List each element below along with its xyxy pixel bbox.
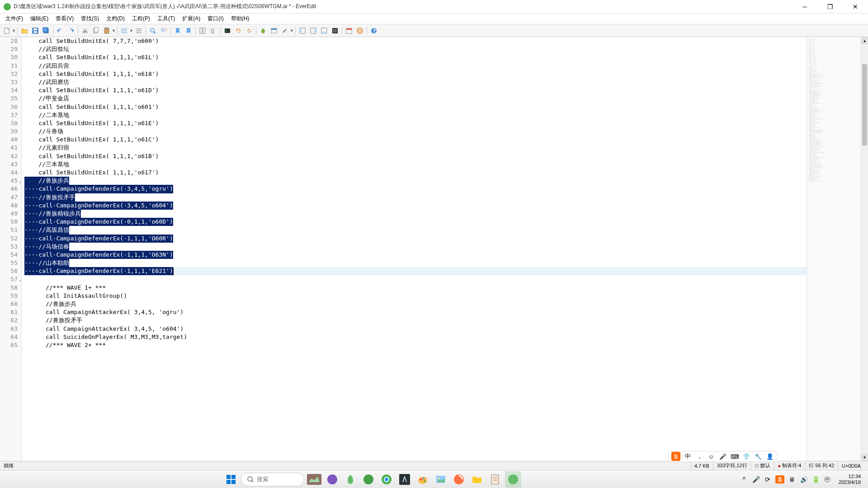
replace-icon[interactable] [159, 26, 169, 36]
toolbar: ▼ ▼ ▼ 1234 ▼ ? [0, 24, 868, 37]
browser-icon[interactable] [355, 26, 365, 36]
column-mode-icon[interactable] [198, 26, 208, 36]
panel2-icon[interactable] [308, 26, 318, 36]
svg-line-9 [83, 28, 86, 32]
taskbar-app-browser[interactable] [378, 471, 395, 488]
taskbar-app-landscape[interactable] [306, 471, 322, 488]
bookmark-next-icon[interactable] [184, 26, 193, 36]
ime-lang-icon[interactable]: 中 [683, 452, 692, 461]
calendar-icon[interactable] [344, 26, 354, 36]
start-button[interactable] [223, 471, 239, 488]
menu-window[interactable]: 窗口(I) [204, 14, 227, 23]
dropdown-icon[interactable]: ▼ [112, 28, 115, 33]
numbers-icon[interactable]: 1234 [208, 26, 218, 36]
tray-monitor-icon[interactable]: 🖥 [788, 475, 796, 483]
preview-icon[interactable] [269, 26, 279, 36]
menu-project[interactable]: 工程(P) [128, 14, 154, 23]
taskbar-app-folder[interactable] [469, 471, 485, 488]
scroll-up-icon[interactable]: ▲ [861, 37, 868, 44]
tray-chevron-icon[interactable]: ^ [740, 475, 748, 483]
minimap[interactable]: ──────────── ─── ──────────── ─── ──────… [807, 37, 861, 461]
ime-user-icon[interactable]: 👤 [765, 452, 774, 461]
ime-emoji-icon[interactable]: ☺ [707, 452, 716, 461]
save-all-icon[interactable] [41, 26, 51, 36]
ime-keyboard-icon[interactable]: ⌨ [730, 452, 739, 461]
ime-voice-icon[interactable]: 🎤 [718, 452, 727, 461]
status-position: 行 56 列 42 [805, 461, 838, 470]
panel3-icon[interactable] [319, 26, 329, 36]
find-icon[interactable] [148, 26, 158, 36]
ime-toolbox-icon[interactable]: 🔧 [754, 452, 763, 461]
svg-line-8 [84, 28, 87, 32]
indent-icon[interactable] [119, 26, 129, 36]
menu-search[interactable]: 查找(S) [77, 14, 103, 23]
tray-ime-icon[interactable]: ㊥ [823, 475, 831, 483]
status-tabwidth[interactable]: ● 制表符:4 [774, 461, 805, 470]
panel4-icon[interactable] [330, 26, 340, 36]
paste-icon[interactable] [102, 26, 112, 36]
system-tray: ^ 🎤 ⟳ S 🖥 🔊 🔋 ㊥ 12:34 2023/4/18 [740, 474, 864, 485]
cut-icon[interactable] [80, 26, 90, 36]
tray-sync-icon[interactable]: ⟳ [764, 475, 772, 483]
menu-view[interactable]: 查看(V) [52, 14, 77, 23]
ime-skin-icon[interactable]: 👕 [742, 452, 751, 461]
maximize-button[interactable]: ❐ [821, 1, 839, 12]
terminal-icon[interactable] [222, 26, 232, 36]
bookmark-prev-icon[interactable] [173, 26, 183, 36]
wordwrap-icon[interactable] [134, 26, 144, 36]
taskbar-app-paint[interactable] [415, 471, 431, 488]
ime-punct-icon[interactable]: ， [695, 452, 704, 461]
menu-tools[interactable]: 工具(T) [154, 14, 179, 23]
svg-rect-5 [43, 28, 47, 32]
save-icon[interactable] [30, 26, 40, 36]
menu-help[interactable]: 帮助(H) [227, 14, 253, 23]
menu-document[interactable]: 文档(D) [103, 14, 128, 23]
taskbar-app-image[interactable] [433, 471, 449, 488]
search-input[interactable] [257, 476, 297, 483]
link-icon[interactable] [244, 26, 254, 36]
wrench-icon[interactable] [280, 26, 290, 36]
help-icon[interactable]: ? [369, 26, 379, 36]
scroll-down-icon[interactable]: ▼ [861, 454, 868, 461]
svg-point-22 [161, 28, 164, 31]
svg-rect-23 [200, 28, 202, 33]
taskbar-app-purple[interactable] [324, 471, 340, 488]
code-area[interactable]: call SetBuildUnitEx( 7,7,7,'o600') //武田祭… [22, 37, 807, 461]
refresh-icon[interactable] [233, 26, 243, 36]
copy-icon[interactable] [91, 26, 101, 36]
taskbar-app-dark[interactable] [396, 471, 413, 488]
menu-edit[interactable]: 编辑(E) [27, 14, 52, 23]
open-file-icon[interactable] [19, 26, 29, 36]
vertical-scrollbar[interactable]: ▲ ▼ [861, 37, 868, 461]
taskbar-app-orange[interactable] [451, 471, 467, 488]
svg-text:34: 34 [211, 31, 214, 34]
dropdown-icon[interactable]: ▼ [290, 28, 293, 33]
bug-icon[interactable] [258, 26, 268, 36]
minimize-button[interactable]: ─ [796, 1, 814, 12]
dropdown-icon[interactable]: ▼ [129, 28, 133, 33]
taskbar-app-everedit[interactable] [505, 471, 521, 488]
undo-icon[interactable] [55, 26, 65, 36]
tray-battery-icon[interactable]: 🔋 [811, 475, 820, 483]
sogou-icon[interactable]: S [671, 452, 680, 461]
taskbar-search[interactable] [241, 473, 304, 486]
new-file-icon[interactable] [2, 26, 12, 36]
taskbar-clock[interactable]: 12:34 2023/4/18 [835, 474, 864, 485]
taskbar-app-green[interactable] [342, 471, 359, 488]
redo-icon[interactable] [66, 26, 76, 36]
dropdown-icon[interactable]: ▼ [12, 28, 15, 33]
ime-toolbar[interactable]: S 中 ， ☺ 🎤 ⌨ 👕 🔧 👤 [668, 451, 778, 462]
status-mode[interactable]: 默认 [751, 461, 774, 470]
menu-extension[interactable]: 扩展(A) [179, 14, 204, 23]
scroll-thumb[interactable] [862, 64, 867, 145]
tray-mic-icon[interactable]: 🎤 [752, 475, 760, 483]
tray-sogou-icon[interactable]: S [775, 475, 784, 483]
tray-volume-icon[interactable]: 🔊 [800, 475, 808, 483]
minimap-content: ──────────── ─── ──────────── ─── ──────… [809, 39, 859, 182]
close-button[interactable]: ✕ [846, 1, 864, 12]
taskbar-app-notepad[interactable] [487, 471, 503, 488]
svg-rect-49 [226, 480, 231, 484]
menu-file[interactable]: 文件(F) [2, 14, 27, 23]
taskbar-app-greenball[interactable] [360, 471, 377, 488]
panel1-icon[interactable] [297, 26, 307, 36]
